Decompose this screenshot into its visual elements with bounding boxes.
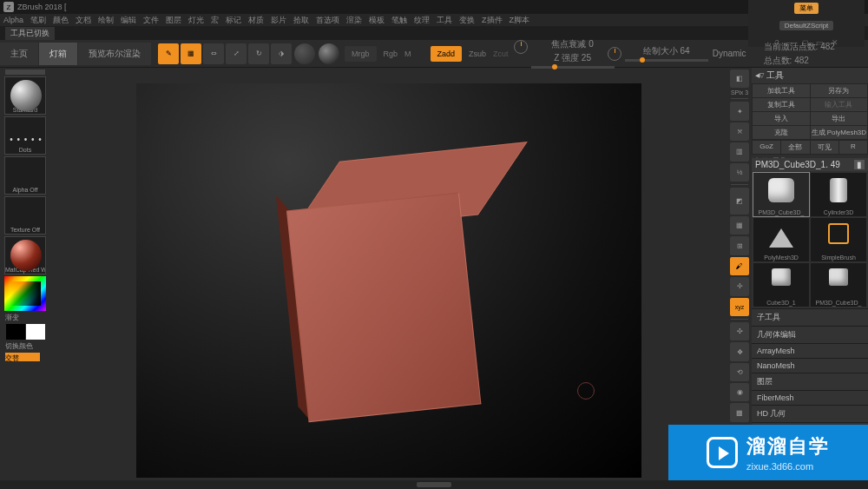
export-button[interactable]: 导出 bbox=[811, 112, 868, 125]
rgb-button[interactable]: Rgb bbox=[384, 50, 398, 58]
make-polymesh-button[interactable]: 生成 PolyMesh3D bbox=[811, 126, 868, 139]
scale-button[interactable]: ⤢ bbox=[226, 43, 247, 64]
sculptris-icon[interactable] bbox=[294, 43, 315, 64]
menu-stroke[interactable]: 笔触 bbox=[391, 15, 407, 26]
goz-button[interactable]: GoZ bbox=[753, 141, 780, 154]
swap-color-label[interactable]: 切换颜色 bbox=[2, 341, 49, 351]
polyf-icon[interactable]: ▩ bbox=[730, 403, 749, 421]
tool-panel-header[interactable]: ◀▽ 工具 bbox=[752, 68, 868, 83]
menu-draw[interactable]: 绘制 bbox=[98, 15, 114, 26]
menu-tool[interactable]: 工具 bbox=[437, 15, 452, 26]
mrgb-button[interactable]: Mrgb bbox=[345, 46, 377, 62]
menu-alpha[interactable]: Alpha bbox=[3, 16, 23, 24]
stroke-selector[interactable]: Dots bbox=[4, 116, 46, 155]
thumb-polymesh[interactable]: PolyMesh3D bbox=[753, 218, 809, 261]
menu-file[interactable]: 文件 bbox=[143, 15, 159, 26]
menu-button[interactable]: 菜单 bbox=[794, 3, 819, 14]
brush-selector[interactable]: Standard bbox=[4, 76, 46, 115]
thumb-cube[interactable]: PM3D_Cube3D_ bbox=[753, 173, 809, 216]
load-tool-button[interactable]: 加载工具 bbox=[753, 84, 810, 97]
move-button[interactable]: ⇔ bbox=[203, 43, 224, 64]
zcut-button[interactable]: Zcut bbox=[493, 50, 509, 58]
frame-icon[interactable]: 🖌 bbox=[730, 257, 749, 275]
expand-icon[interactable]: ◀▽ bbox=[755, 72, 764, 79]
save-as-button[interactable]: 另存为 bbox=[811, 84, 868, 97]
section-hdgeo[interactable]: HD 几何 bbox=[752, 405, 868, 422]
edit-mode-button[interactable]: ✎ bbox=[158, 43, 179, 64]
draw-size-slider[interactable]: 绘制大小 64 Dynamic bbox=[625, 45, 708, 62]
snapshot-icon[interactable]: ◉ bbox=[730, 383, 749, 401]
zadd-button[interactable]: Zadd bbox=[431, 46, 463, 62]
active-tool-strip[interactable]: PM3D_Cube3D_1. 49 ▮ bbox=[752, 158, 868, 171]
import-button[interactable]: 导入 bbox=[753, 112, 810, 125]
xyz-icon[interactable]: xyz bbox=[730, 298, 749, 316]
default-script[interactable]: DefaultZScript bbox=[779, 21, 834, 30]
menu-zplugin[interactable]: Z插件 bbox=[482, 15, 503, 26]
color-picker[interactable] bbox=[4, 276, 46, 311]
aahalf-icon[interactable]: ½ bbox=[730, 163, 749, 182]
tab-boolean-preview[interactable]: 预览布尔渲染 bbox=[78, 43, 151, 65]
menu-material[interactable]: 材质 bbox=[248, 15, 264, 26]
menu-layer[interactable]: 图层 bbox=[166, 15, 181, 26]
thumb-simplebrush[interactable]: SimpleBrush bbox=[811, 218, 866, 261]
section-nanomesh[interactable]: NanoMesh bbox=[752, 358, 868, 373]
focal-shift-slider[interactable]: 焦点衰减 0 Z 强度 25 bbox=[531, 38, 615, 69]
section-geometry[interactable]: 几何体编辑 bbox=[752, 326, 868, 343]
section-layers[interactable]: 图层 bbox=[752, 373, 868, 390]
texture-selector[interactable]: Texture Off bbox=[4, 196, 46, 235]
material-selector[interactable]: MatCap Red Wax bbox=[4, 236, 46, 274]
thumb-cube3d[interactable]: Cube3D_1 bbox=[753, 263, 809, 307]
model-cube[interactable] bbox=[314, 143, 539, 414]
rotate-button[interactable]: ↻ bbox=[248, 43, 269, 64]
menu-transform[interactable]: 变换 bbox=[459, 15, 475, 26]
menu-marker[interactable]: 标记 bbox=[226, 15, 241, 26]
draw-mode-button[interactable]: ▦ bbox=[181, 43, 201, 64]
actual-icon[interactable]: ▥ bbox=[730, 142, 749, 161]
goz-r-button[interactable]: R bbox=[839, 141, 867, 154]
goz-all-button[interactable]: 全部 bbox=[781, 141, 809, 154]
menu-render[interactable]: 渲染 bbox=[346, 15, 362, 26]
dial-icon[interactable] bbox=[514, 40, 528, 54]
tab-lightbox[interactable]: 灯箱 bbox=[39, 43, 77, 65]
zsub-button[interactable]: Zsub bbox=[469, 50, 486, 58]
paste-tool-button[interactable]: 输入工具 bbox=[811, 98, 868, 111]
mode-ball-icon[interactable] bbox=[319, 43, 339, 64]
menu-prefs[interactable]: 首选项 bbox=[316, 15, 339, 26]
local-icon[interactable]: ⊞ bbox=[730, 236, 749, 254]
menu-document[interactable]: 文档 bbox=[76, 15, 91, 26]
m-button[interactable]: M bbox=[404, 50, 411, 58]
menu-edit[interactable]: 编辑 bbox=[121, 15, 136, 26]
primary-color[interactable] bbox=[26, 324, 45, 340]
menu-picker[interactable]: 拾取 bbox=[293, 15, 309, 26]
gizmo-button[interactable]: ⬗ bbox=[271, 43, 292, 64]
section-subtool[interactable]: 子工具 bbox=[752, 308, 868, 326]
clone-button[interactable]: 克隆 bbox=[753, 126, 810, 139]
menu-movie[interactable]: 影片 bbox=[271, 15, 286, 26]
floor-icon[interactable]: ▦ bbox=[730, 216, 749, 235]
gradient-label[interactable]: 渐变 bbox=[2, 313, 49, 322]
copy-tool-button[interactable]: 复制工具 bbox=[753, 98, 810, 111]
move-view-icon[interactable]: ✣ bbox=[730, 322, 749, 340]
color-swatches[interactable] bbox=[2, 324, 49, 340]
menu-light[interactable]: 灯光 bbox=[188, 15, 204, 26]
alpha-selector[interactable]: Alpha Off bbox=[4, 156, 46, 195]
menu-stencil[interactable]: 模板 bbox=[369, 15, 385, 26]
bpr-icon[interactable]: ◧ bbox=[730, 69, 749, 88]
menu-macro[interactable]: 宏 bbox=[211, 15, 219, 26]
dynamic-label[interactable]: Dynamic bbox=[713, 49, 746, 58]
xpose-icon[interactable]: ✢ bbox=[730, 277, 749, 295]
persp-icon[interactable]: ◩ bbox=[730, 188, 749, 215]
menu-color[interactable]: 颜色 bbox=[53, 15, 69, 26]
thumb-pm3d-cube[interactable]: PM3D_Cube3D_ bbox=[811, 263, 866, 307]
thumb-cylinder[interactable]: Cylinder3D bbox=[811, 173, 866, 216]
viewport[interactable] bbox=[136, 83, 641, 478]
section-arraymesh[interactable]: ArrayMesh bbox=[752, 343, 868, 358]
dial-icon[interactable] bbox=[608, 47, 621, 61]
rotate-view-icon[interactable]: ⟲ bbox=[730, 363, 749, 381]
menu-zscript[interactable]: Z脚本 bbox=[510, 15, 530, 26]
scroll-icon[interactable]: ✦ bbox=[730, 102, 749, 120]
zoom-icon[interactable]: ⤧ bbox=[730, 122, 749, 141]
menu-texture[interactable]: 纹理 bbox=[414, 15, 430, 26]
tray-handle[interactable] bbox=[5, 69, 45, 75]
goz-visible-button[interactable]: 可见 bbox=[811, 141, 838, 154]
